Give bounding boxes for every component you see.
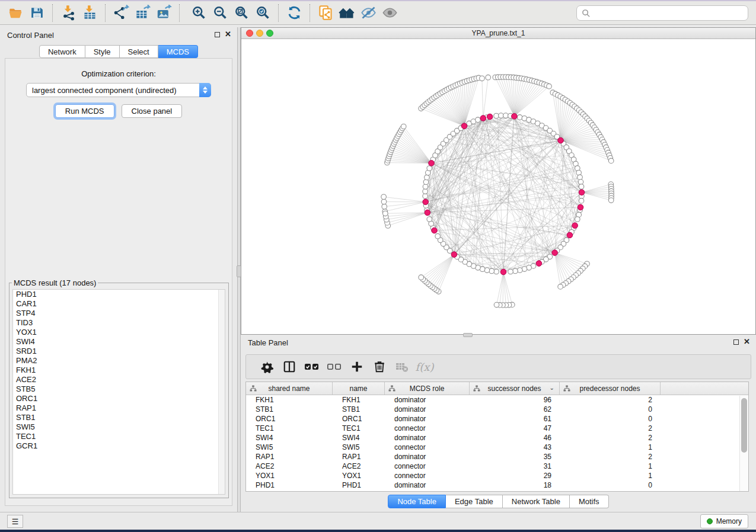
table-cell[interactable]: FKH1 <box>333 395 385 405</box>
tab-node-table[interactable]: Node Table <box>388 495 446 508</box>
mcds-list-scrollbar[interactable] <box>218 290 225 494</box>
table-cell[interactable]: STB1 <box>333 405 385 414</box>
table-cell[interactable]: ACE2 <box>246 462 333 471</box>
table-cell[interactable]: PHD1 <box>246 480 333 490</box>
optimization-criterion-dropdown[interactable]: largest connected component (undirected) <box>26 83 211 97</box>
close-panel-button[interactable]: Close panel <box>122 104 183 118</box>
tab-network[interactable]: Network <box>39 45 85 58</box>
table-row[interactable]: FKH1FKH1dominator962 <box>246 395 748 405</box>
search-field[interactable] <box>576 5 748 21</box>
column-header[interactable]: name <box>333 382 385 395</box>
first-neighbors-icon[interactable] <box>336 3 358 23</box>
table-cell[interactable]: RAP1 <box>246 452 333 462</box>
table-cell[interactable]: 2 <box>560 395 661 405</box>
window-minimize-icon[interactable] <box>256 30 263 37</box>
table-cell[interactable]: RAP1 <box>333 452 385 462</box>
add-column-icon[interactable] <box>346 356 368 377</box>
export-image-icon[interactable] <box>153 3 174 23</box>
table-cell[interactable]: 0 <box>560 480 661 490</box>
mcds-result-item[interactable]: TEC1 <box>13 432 225 441</box>
show-all-eye-icon[interactable] <box>379 3 400 23</box>
table-cell[interactable]: FKH1 <box>246 395 333 405</box>
network-graph-canvas[interactable] <box>241 39 755 334</box>
table-row[interactable]: YOX1YOX1connector291 <box>246 471 748 480</box>
table-cell[interactable]: SWI5 <box>246 443 333 452</box>
mcds-result-item[interactable]: GCR1 <box>13 441 225 451</box>
export-table-icon[interactable] <box>132 3 153 23</box>
export-network-icon[interactable] <box>110 3 132 23</box>
table-cell[interactable]: dominator <box>385 395 470 405</box>
table-cell[interactable]: 35 <box>470 452 560 462</box>
table-cell[interactable]: 61 <box>470 414 560 424</box>
table-cell[interactable]: dominator <box>385 452 470 462</box>
memory-button[interactable]: Memory <box>700 514 748 528</box>
zoom-selected-icon[interactable] <box>252 3 273 23</box>
mcds-result-item[interactable]: ORC1 <box>13 394 225 403</box>
table-cell[interactable]: SWI5 <box>333 443 385 452</box>
table-cell[interactable]: YOX1 <box>246 471 333 480</box>
float-panel-icon[interactable] <box>733 339 739 345</box>
table-cell[interactable]: TEC1 <box>246 424 333 433</box>
settings-gear-icon[interactable] <box>256 356 278 377</box>
column-header[interactable]: shared name <box>246 382 333 395</box>
table-cell[interactable]: dominator <box>385 405 470 414</box>
mcds-result-item[interactable]: SWI5 <box>13 422 225 432</box>
tab-mcds[interactable]: MCDS <box>158 45 198 58</box>
column-header[interactable]: successor nodes⌄ <box>470 382 560 395</box>
table-cell[interactable]: ACE2 <box>333 462 385 471</box>
delete-columns-icon[interactable] <box>368 356 391 377</box>
select-all-checkboxes-icon[interactable] <box>301 356 323 377</box>
table-cell[interactable]: 96 <box>470 395 560 405</box>
mcds-result-item[interactable]: TID3 <box>13 318 225 328</box>
function-builder-icon[interactable]: f(x) <box>413 356 436 377</box>
table-cell[interactable]: 2 <box>560 424 661 433</box>
mcds-result-item[interactable]: PMA2 <box>13 356 225 366</box>
table-cell[interactable]: 2 <box>560 452 661 462</box>
apply-layout-icon[interactable] <box>283 3 305 23</box>
column-header[interactable]: MCDS role <box>385 382 470 395</box>
delete-table-icon[interactable] <box>391 356 413 377</box>
table-cell[interactable]: connector <box>385 424 470 433</box>
mcds-result-item[interactable]: ACE2 <box>13 375 225 384</box>
save-session-icon[interactable] <box>26 3 47 23</box>
table-cell[interactable]: 1 <box>560 471 661 480</box>
import-network-icon[interactable] <box>58 3 79 23</box>
close-panel-icon[interactable]: ✕ <box>225 31 231 37</box>
network-window-titlebar[interactable]: YPA_prune.txt_1 <box>241 28 755 39</box>
mcds-result-item[interactable]: PHD1 <box>13 290 225 299</box>
show-columns-icon[interactable] <box>278 356 301 377</box>
table-cell[interactable]: connector <box>385 443 470 452</box>
open-file-icon[interactable] <box>5 3 26 23</box>
table-row[interactable]: STB1STB1dominator620 <box>246 405 748 414</box>
table-row[interactable]: RAP1RAP1dominator352 <box>246 452 748 462</box>
table-row[interactable]: SWI5SWI5connector431 <box>246 443 748 452</box>
mcds-result-list[interactable]: PHD1CAR1STP4TID3YOX1SWI4SRD1PMA2FKH1ACE2… <box>12 289 225 495</box>
close-panel-icon[interactable]: ✕ <box>744 339 750 345</box>
table-cell[interactable]: dominator <box>385 433 470 443</box>
copy-network-icon[interactable] <box>315 3 336 23</box>
table-cell[interactable]: dominator <box>385 414 470 424</box>
mcds-result-item[interactable]: SWI4 <box>13 337 225 347</box>
tab-style[interactable]: Style <box>85 45 120 58</box>
table-cell[interactable]: ORC1 <box>333 414 385 424</box>
table-cell[interactable]: connector <box>385 471 470 480</box>
table-cell[interactable]: 29 <box>470 471 560 480</box>
mcds-result-item[interactable]: FKH1 <box>13 366 225 375</box>
table-scrollbar-thumb[interactable] <box>741 398 747 453</box>
table-cell[interactable]: dominator <box>385 480 470 490</box>
table-cell[interactable]: 43 <box>470 443 560 452</box>
table-row[interactable]: SWI4SWI4dominator462 <box>246 433 748 443</box>
table-cell[interactable]: 1 <box>560 462 661 471</box>
table-row[interactable]: TEC1TEC1connector472 <box>246 424 748 433</box>
tab-network-table[interactable]: Network Table <box>503 495 570 508</box>
table-row[interactable]: ACE2ACE2connector311 <box>246 462 748 471</box>
deselect-all-checkboxes-icon[interactable] <box>323 356 346 377</box>
table-scrollbar[interactable] <box>739 396 748 491</box>
table-cell[interactable]: connector <box>385 462 470 471</box>
table-cell[interactable]: 62 <box>470 405 560 414</box>
task-history-button[interactable]: ☰ <box>7 515 23 528</box>
zoom-out-icon[interactable] <box>209 3 231 23</box>
tab-motifs[interactable]: Motifs <box>570 495 609 508</box>
mcds-result-item[interactable]: STB1 <box>13 413 225 422</box>
table-cell[interactable]: SWI4 <box>246 433 333 443</box>
